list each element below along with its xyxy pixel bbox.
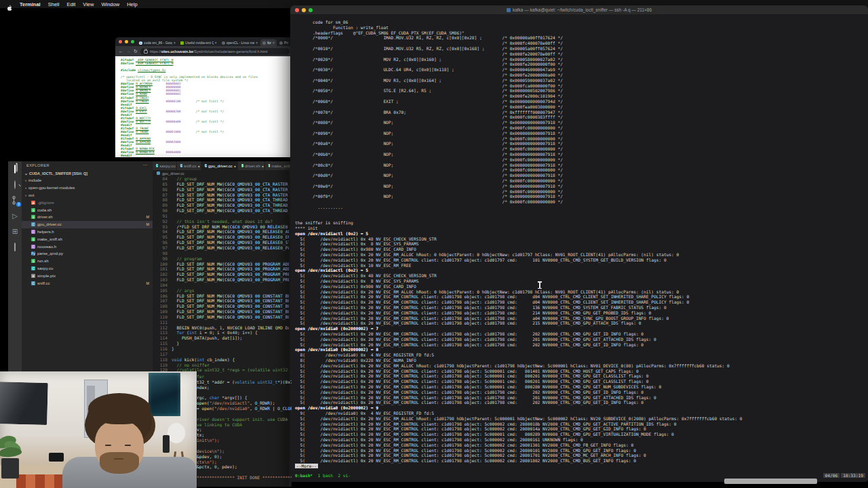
menu-item-shell[interactable]: Shell bbox=[48, 1, 60, 7]
file-item-nouveau.h[interactable]: Cnouveau.h bbox=[22, 243, 153, 250]
text-cursor bbox=[539, 282, 540, 288]
code-editor[interactable]: 84 // group85 FLD_SET_DRF_NUM_MW(C6C0_QM… bbox=[153, 176, 289, 373]
file-item-include[interactable]: ›include bbox=[22, 177, 153, 184]
terminal-line: /*0090*/ NOP; /* 0x0000000000007918 */ bbox=[295, 131, 867, 136]
code-line: 95 FLD_SET_DRF_NUM_MW(C6C0_QMDV03_00_REL… bbox=[153, 235, 289, 240]
line-number: 116 bbox=[153, 346, 172, 352]
remote-explorer-icon[interactable] bbox=[11, 243, 19, 251]
browser-tab[interactable]: Gcuda sm_86 - Google Search× bbox=[137, 39, 178, 46]
terminal-line: 5( /dev/nvidiactl) 0x 20 NV_ESC_RM_ALLOC… bbox=[295, 363, 867, 369]
line-number: 108 bbox=[153, 304, 172, 309]
reload-icon[interactable]: ↻ bbox=[134, 49, 138, 54]
line-number: 84 bbox=[153, 176, 172, 182]
file-item-out[interactable]: ›out bbox=[22, 192, 153, 199]
terminal-line: /*0050*/ STG.E [R2.64], R5 ; /* 0x000000… bbox=[295, 88, 867, 94]
editor-tab-make_snif[interactable]: $make_snif bbox=[265, 161, 292, 170]
close-tab-icon[interactable]: × bbox=[174, 41, 176, 45]
terminal-output[interactable]: code for sm_86 Function : write_float .h… bbox=[295, 20, 867, 471]
terminal-line: 5( /dev/nvidiactl) 0x 20 NV_ESC_RM_CONTR… bbox=[295, 443, 867, 448]
back-icon[interactable]: ← bbox=[119, 49, 123, 54]
explorer-icon[interactable] bbox=[11, 165, 19, 174]
lamp bbox=[167, 423, 185, 443]
close-window-button[interactable] bbox=[119, 40, 122, 43]
code-line: 84 // group bbox=[153, 176, 289, 182]
extensions-icon[interactable]: ⊞ bbox=[11, 228, 19, 236]
tmux-window-0[interactable]: 0:bash* bbox=[295, 473, 313, 478]
search-icon[interactable] bbox=[11, 181, 19, 189]
modified-dot-icon: ● bbox=[262, 164, 264, 168]
terminal-line: 5( /dev/nvidiactl) 0x980 NV_ESC_CARD_INF… bbox=[295, 284, 867, 289]
file-item-driver.sh[interactable]: $driver.shM bbox=[22, 214, 153, 221]
forward-icon[interactable]: → bbox=[126, 49, 131, 54]
file-item-.gitignore[interactable]: ◆.gitignore bbox=[22, 199, 153, 206]
workspace-root[interactable]: ⌄ CUDA_IOCTL_SNIFFER [SSH: Q] bbox=[22, 169, 153, 177]
sh-file-icon: $ bbox=[241, 164, 243, 167]
file-item-run.sh[interactable]: $run.sh bbox=[22, 258, 153, 265]
menu-item-edit[interactable]: Edit bbox=[66, 1, 75, 7]
run-debug-icon[interactable]: ▷ bbox=[11, 212, 19, 220]
terminal-line: 5( /dev/nvidiactl) 0x 10 NV_ESC_RM_FREE bbox=[295, 263, 867, 268]
file-item-gpu_driver.cc[interactable]: Cgpu_driver.ccM bbox=[22, 221, 153, 228]
minimize-window-button[interactable] bbox=[125, 40, 128, 43]
terminal-line: /* 0x000fca0000000f00 */ bbox=[295, 83, 867, 89]
file-item-saxpy.cu[interactable]: Csaxpy.cu bbox=[22, 265, 153, 272]
address-bar[interactable]: https://sites.uclouvain.be/SystInfo/usr/… bbox=[140, 48, 290, 55]
breadcrumb[interactable]: gpu_driver.cc bbox=[153, 170, 292, 176]
code-line: 117 bbox=[153, 352, 289, 357]
code-line: 107 FLD_SET_DRF_NUM_MW(C6C0_QMDV03_00_CO… bbox=[153, 298, 289, 304]
modified-badge: M bbox=[146, 215, 149, 219]
terminal-line: 5( /dev/nvidiactl) 0x 20 NV_ESC_RM_CONTR… bbox=[295, 432, 867, 437]
close-tab-icon[interactable]: × bbox=[256, 41, 258, 45]
tmux-window-2[interactable]: 2 vi- bbox=[338, 473, 351, 478]
person-mouth bbox=[114, 458, 123, 460]
terminal-line: /*0080*/ NOP; /* 0x0000000000007918 */ bbox=[295, 120, 867, 125]
editor-tab-saxpy.cu[interactable]: Csaxpy.cu bbox=[153, 161, 177, 170]
terminal-line: open /dev/nvidia0 (0o2000002) = 8 bbox=[295, 347, 867, 352]
person-hair-fringe bbox=[88, 393, 151, 424]
browser-tab[interactable]: fcntl.h× bbox=[260, 39, 277, 46]
terminal-line: 8( /dev/nvidia0) 0x228 NV_ESC_NUMA_INFO bbox=[295, 358, 867, 363]
modified-dot-icon: ● bbox=[234, 164, 236, 168]
code-line: 114 PUSH_DATA(push, dat[i]); bbox=[153, 336, 289, 341]
close-tab-icon[interactable]: × bbox=[215, 41, 217, 45]
file-item-cuda.sh[interactable]: $cuda.sh bbox=[22, 206, 153, 214]
git-file-icon: ◆ bbox=[31, 201, 35, 205]
browser-tab[interactable]: Useful nvidia-smi Queries | N× bbox=[178, 39, 219, 46]
menu-item-view[interactable]: View bbox=[83, 1, 94, 7]
terminal-line: /* 0x000fea0003800000 */ bbox=[295, 104, 867, 110]
source-line: #endif bbox=[121, 154, 293, 157]
file-item-make_sniff.sh[interactable]: $make_sniff.sh bbox=[22, 235, 153, 243]
file-item-sniff.cc[interactable]: Csniff.ccM bbox=[22, 279, 153, 287]
menu-item-help[interactable]: Help bbox=[127, 1, 137, 7]
apple-icon[interactable] bbox=[7, 1, 12, 7]
browser-traffic-lights[interactable] bbox=[119, 40, 134, 43]
more-actions-icon[interactable]: ⋯ bbox=[143, 163, 149, 168]
tmux-window-1[interactable]: 1 bash bbox=[318, 473, 333, 478]
zoom-window-button[interactable] bbox=[131, 40, 134, 43]
editor-tab-driver.sh[interactable]: $driver.sh● bbox=[238, 161, 264, 170]
file-item-open-gpu-kernel-modules[interactable]: ›open-gpu-kernel-modules bbox=[22, 184, 153, 192]
covered-code-fragment: tx; bbox=[197, 432, 292, 438]
close-tab-icon[interactable]: × bbox=[273, 41, 275, 45]
line-number: 87 bbox=[153, 192, 172, 198]
editor-tab-gpu_driver.cc[interactable]: Cgpu_driver.cc●× bbox=[201, 161, 239, 170]
menu-item-terminal[interactable]: Terminal bbox=[20, 1, 41, 7]
file-name: .gitignore bbox=[37, 201, 54, 205]
file-item-helpers.h[interactable]: Chelpers.h bbox=[22, 228, 153, 236]
browser-tab[interactable]: openCL - Linux manual page× bbox=[220, 39, 260, 46]
terminal-line: 5( /dev/nvidiactl) 0x 20 NV_ESC_RM_ALLOC… bbox=[295, 252, 867, 258]
line-number: 91 bbox=[153, 214, 172, 219]
file-item-simple.ptx[interactable]: ≡simple.ptx bbox=[22, 272, 153, 279]
menu-item-window[interactable]: Window bbox=[101, 1, 119, 7]
line-number: 92 bbox=[153, 219, 172, 224]
covered-code-fragment: &pdev, 0); bbox=[197, 454, 292, 460]
source-control-icon[interactable]: 3 bbox=[11, 197, 19, 205]
editor-tab-sniff.cc[interactable]: Csniff.cc● bbox=[177, 161, 201, 170]
file-item-parse_qmd.py[interactable]: Pyparse_qmd.py bbox=[22, 250, 153, 258]
webcam-overlay bbox=[0, 371, 197, 488]
scm-badge: 3 bbox=[16, 202, 21, 207]
code-line: 110 FLD_SET_DRF_NUM_MW(C6C0_QMDV03_00_CO… bbox=[153, 314, 289, 320]
code-line: 112 BEGIN_NVC0(push, 1, NVC6C0_LOAD_INLI… bbox=[153, 325, 289, 331]
terminal-line: --More-- bbox=[295, 464, 867, 469]
covered-code-fragment: *************** INIT DONE **************… bbox=[197, 475, 292, 481]
